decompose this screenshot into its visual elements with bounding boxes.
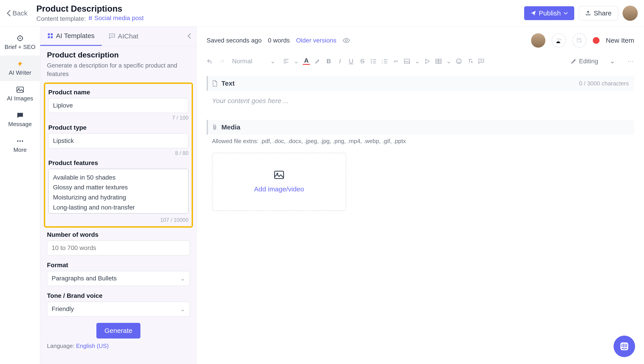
product-type-label: Product type (48, 124, 188, 131)
text-color-button[interactable]: A (303, 58, 310, 65)
add-date-button[interactable] (572, 33, 586, 48)
product-features-input[interactable] (48, 169, 188, 214)
visibility-icon[interactable] (343, 38, 350, 43)
publish-button[interactable]: Publish (524, 6, 574, 20)
emoji-button[interactable] (455, 58, 462, 65)
rail-brief-label: Brief + SEO (5, 44, 36, 50)
chat-icon (109, 33, 115, 39)
table-icon (436, 59, 442, 64)
align-button[interactable] (282, 58, 290, 65)
undo-button[interactable] (206, 58, 214, 65)
share-button[interactable]: Share (579, 6, 618, 20)
paragraph-style-select[interactable]: Normal ⌄ (229, 56, 278, 66)
tab-ai-templates[interactable]: AI Templates (40, 26, 102, 46)
bolt-icon (16, 60, 24, 68)
rail-brief-seo[interactable]: Brief + SEO (0, 30, 40, 56)
link-button[interactable] (392, 58, 399, 65)
calendar-plus-icon (576, 37, 582, 44)
media-dropzone[interactable]: Add image/video (212, 153, 346, 211)
insert-image-button[interactable] (404, 58, 410, 65)
strike-button[interactable]: S (359, 58, 366, 65)
user-avatar[interactable] (622, 6, 638, 21)
chevron-down-icon: ⌄ (446, 58, 451, 65)
format-select[interactable]: Paragraphs and Bullets ⌄ (47, 271, 190, 286)
add-media-link[interactable]: Add image/video (254, 185, 304, 193)
text-block-header[interactable]: Text 0 / 3000 characters (206, 76, 634, 91)
rail-ai-writer[interactable]: AI Writer (0, 56, 40, 81)
rail-message-label: Message (8, 121, 32, 128)
media-block-header[interactable]: Media (206, 120, 634, 134)
status-indicator (593, 37, 600, 44)
svg-point-6 (22, 140, 23, 142)
tone-select[interactable]: Friendly ⌄ (47, 302, 190, 316)
words-input[interactable] (47, 240, 190, 255)
rail-ai-images[interactable]: AI Images (0, 81, 40, 107)
svg-rect-23 (404, 59, 410, 64)
intercom-icon (620, 342, 629, 351)
generate-button[interactable]: Generate (96, 323, 140, 338)
message-icon (16, 112, 24, 119)
target-icon (16, 35, 24, 42)
paragraph-style-label: Normal (232, 58, 252, 65)
language-link[interactable]: English (US) (76, 342, 109, 349)
chevron-down-icon: ⌄ (180, 275, 185, 282)
status-label[interactable]: New Item (606, 37, 634, 44)
svg-point-27 (460, 60, 460, 61)
highlighted-fields: Product name 7 / 100 Product type 8 / 80… (44, 82, 193, 228)
older-versions-link[interactable]: Older versions (296, 37, 336, 44)
redo-icon (218, 58, 224, 64)
document-icon (212, 80, 217, 86)
back-button[interactable]: Back (6, 10, 28, 17)
collaborator-avatar[interactable] (531, 33, 546, 48)
format-value: Paragraphs and Bullets (52, 275, 117, 282)
template-label: Content template: (36, 15, 86, 22)
bullet-list-button[interactable] (370, 58, 377, 65)
rail-message[interactable]: Message (0, 107, 40, 132)
svg-rect-9 (48, 36, 50, 38)
send-icon (530, 10, 536, 16)
product-type-input[interactable] (48, 134, 188, 148)
bold-button[interactable]: B (325, 58, 332, 65)
more-toolbar-button[interactable]: ⋯ (627, 58, 634, 65)
dots-icon (16, 138, 24, 145)
svg-point-1 (20, 38, 20, 39)
underline-button[interactable]: U (348, 58, 355, 65)
redo-button[interactable] (218, 58, 225, 65)
svg-point-14 (346, 40, 347, 41)
collapse-panel-button[interactable] (185, 32, 194, 40)
grid-icon (48, 33, 53, 39)
image-icon (404, 59, 410, 64)
highlight-button[interactable] (314, 58, 321, 65)
chat-fab[interactable] (614, 336, 635, 357)
words-label: Number of words (47, 231, 190, 238)
chevron-down-icon: ⌄ (294, 58, 299, 65)
panel-subheading: Generate a description for a specific pr… (47, 62, 190, 78)
editing-mode-select[interactable]: Editing ⌄ (567, 55, 618, 67)
comment-icon (478, 58, 484, 64)
product-name-input[interactable] (48, 98, 188, 113)
align-left-icon (283, 59, 289, 64)
template-link[interactable]: Social media post (88, 14, 144, 22)
svg-rect-2 (17, 87, 23, 92)
publish-label: Publish (539, 10, 561, 17)
comment-button[interactable] (478, 58, 485, 65)
chevron-down-icon: ⌄ (414, 58, 420, 65)
svg-point-11 (110, 35, 111, 36)
table-button[interactable] (435, 58, 442, 65)
svg-point-25 (456, 59, 461, 64)
svg-rect-8 (51, 33, 53, 35)
tab-ai-chat[interactable]: AIChat (102, 26, 146, 46)
rail-writer-label: AI Writer (9, 69, 31, 76)
clear-format-icon (467, 58, 473, 64)
number-list-button[interactable]: 123 (381, 58, 388, 65)
video-button[interactable] (424, 58, 431, 65)
add-user-icon (556, 37, 562, 44)
text-editor[interactable]: Your content goes here ... (206, 91, 634, 111)
svg-rect-7 (48, 33, 50, 35)
clear-format-button[interactable] (466, 58, 474, 65)
hash-icon (88, 16, 93, 21)
link-icon (393, 58, 399, 64)
add-user-button[interactable] (552, 33, 566, 48)
rail-more[interactable]: More (0, 132, 40, 158)
italic-button[interactable]: I (336, 58, 344, 65)
